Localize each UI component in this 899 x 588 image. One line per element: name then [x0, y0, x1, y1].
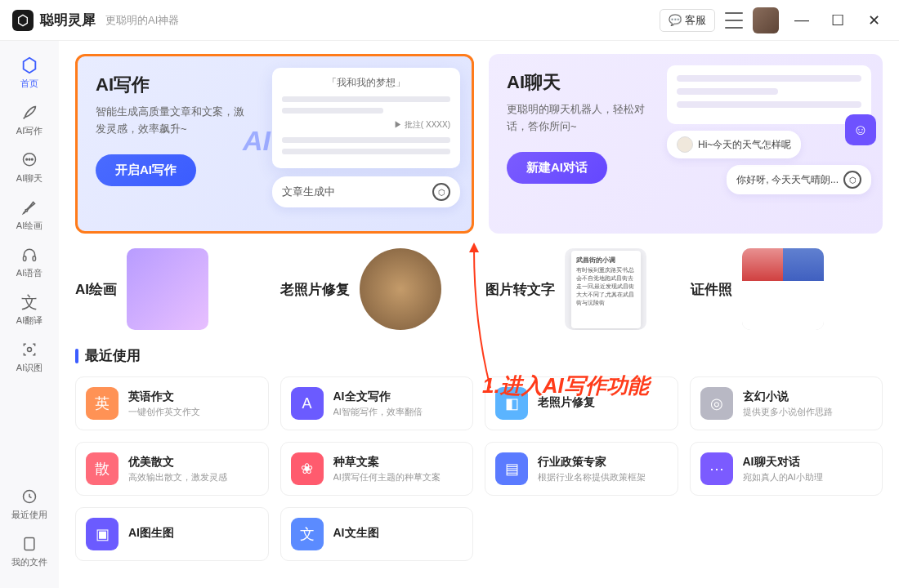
- recent-header: 最近使用: [75, 346, 883, 365]
- ai-badge-icon: AI: [243, 125, 271, 157]
- feature-photo-restore[interactable]: 老照片修复: [280, 248, 472, 330]
- main-content: AI写作 智能生成高质量文章和文案，激发灵感，效率飙升~ 开启AI写作 AI 「…: [59, 41, 899, 588]
- writing-mock: AI 「我和我的梦想」 ▶ 批注( XXXX) 文章生成中 ⬡: [272, 68, 460, 223]
- card-title: 玄幻小说: [743, 390, 873, 404]
- idphoto-preview: [742, 248, 824, 330]
- recent-grid: 英英语作文一键创作英文作文AAI全文写作AI智能写作，效率翻倍◧老照片修复◎玄幻…: [75, 376, 883, 561]
- home-icon: [20, 56, 39, 75]
- paint-preview: [127, 248, 208, 330]
- sidebar-item-files[interactable]: 我的文件: [5, 529, 54, 573]
- card-icon: ▣: [86, 518, 119, 550]
- feature-id-photo[interactable]: 证件照: [691, 248, 883, 330]
- translate-icon: 文: [20, 292, 39, 312]
- card-subtitle: AI智能写作，效率翻倍: [333, 406, 463, 418]
- customer-service-button[interactable]: 💬 客服: [660, 9, 715, 32]
- sidebar-item-home[interactable]: 首页: [5, 51, 54, 95]
- card-icon: 文: [291, 518, 324, 550]
- hero-ai-writing[interactable]: AI写作 智能生成高质量文章和文案，激发灵感，效率飙升~ 开启AI写作 AI 「…: [75, 54, 474, 234]
- start-writing-button[interactable]: 开启AI写作: [96, 154, 196, 186]
- chat-icon: 💬: [669, 14, 682, 26]
- recent-card[interactable]: ▣AI图生图: [75, 507, 269, 561]
- minimize-button[interactable]: —: [795, 14, 808, 27]
- chat-icon: [20, 150, 39, 170]
- recent-card[interactable]: AAI全文写作AI智能写作，效率翻倍: [280, 376, 474, 430]
- sidebar: 首页 AI写作 AI聊天 AI绘画 AI语音 文AI翻译 AI识图 最近使用 我…: [0, 41, 59, 588]
- feature-ocr[interactable]: 图片转文字武昌街的小调有时候到重庆路买书,总会不自觉地跑武昌街去走一回,最近发现…: [485, 248, 678, 330]
- recent-card[interactable]: ◧老照片修复: [485, 376, 678, 430]
- hero-ai-chat[interactable]: AI聊天 更聪明的聊天机器人，轻松对话，答你所问~ 新建AI对话 ☺ Hi~今天…: [489, 54, 883, 234]
- card-title: 行业政策专家: [538, 455, 668, 470]
- card-title: AI聊天对话: [743, 455, 873, 470]
- card-subtitle: 根据行业名称提供政策框架: [538, 471, 668, 483]
- card-icon: A: [291, 387, 324, 420]
- feather-icon: [20, 103, 39, 122]
- sidebar-item-writing[interactable]: AI写作: [5, 98, 54, 142]
- app-logo-icon: [12, 10, 34, 31]
- card-title: AI全文写作: [333, 390, 463, 404]
- card-title: 优美散文: [128, 455, 258, 470]
- card-icon: ◎: [700, 387, 733, 420]
- card-icon: 散: [86, 452, 119, 485]
- sidebar-item-chat[interactable]: AI聊天: [5, 145, 54, 189]
- menu-button[interactable]: [725, 12, 743, 29]
- recent-card[interactable]: 英英语作文一键创作英文作文: [75, 376, 269, 430]
- card-icon: 英: [86, 387, 119, 420]
- recent-card[interactable]: ⋯AI聊天对话宛如真人的AI小助理: [690, 442, 883, 496]
- svg-rect-10: [25, 538, 34, 550]
- svg-point-4: [29, 158, 30, 160]
- avatar-icon: [677, 136, 693, 153]
- maximize-button[interactable]: ☐: [831, 14, 844, 27]
- app-tagline: 更聪明的AI神器: [105, 13, 179, 28]
- card-subtitle: 高效输出散文，激发灵感: [128, 471, 258, 483]
- svg-rect-6: [24, 256, 26, 261]
- card-subtitle: AI撰写任何主题的种草文案: [333, 471, 463, 483]
- recent-card[interactable]: 文AI文生图: [280, 507, 474, 561]
- chat-mock: ☺ Hi~今天的天气怎样呢 你好呀, 今天天气晴朗...⬡: [667, 65, 871, 194]
- card-title: AI文生图: [333, 526, 463, 541]
- new-chat-button[interactable]: 新建AI对话: [507, 152, 607, 184]
- brush-icon: [20, 198, 39, 217]
- svg-point-8: [28, 348, 32, 352]
- ocr-preview: 武昌街的小调有时候到重庆路买书,总会不自觉地跑武昌街去走一回,最近发现武昌街大大…: [565, 248, 646, 330]
- svg-point-5: [32, 158, 34, 160]
- card-subtitle: 宛如真人的AI小助理: [743, 471, 873, 483]
- card-icon: ▤: [495, 452, 528, 485]
- titlebar: 聪明灵犀 更聪明的AI神器 💬 客服 — ☐ ✕: [0, 0, 899, 41]
- card-title: AI图生图: [128, 526, 258, 541]
- generating-pill: 文章生成中 ⬡: [272, 176, 460, 207]
- card-icon: ⋯: [700, 452, 733, 485]
- sidebar-item-paint[interactable]: AI绘画: [5, 193, 54, 237]
- sidebar-item-voice[interactable]: AI语音: [5, 240, 54, 284]
- app-brand: 聪明灵犀: [40, 11, 96, 29]
- hero-desc: 更聪明的聊天机器人，轻松对话，答你所问~: [507, 101, 662, 136]
- history-icon: [20, 487, 39, 506]
- svg-marker-0: [19, 15, 28, 25]
- headphone-icon: [20, 245, 39, 265]
- card-icon: ❀: [291, 452, 324, 485]
- svg-marker-1: [24, 58, 36, 73]
- svg-point-3: [26, 158, 28, 160]
- hero-desc: 智能生成高质量文章和文案，激发灵感，效率飙升~: [96, 104, 251, 138]
- sidebar-item-recent[interactable]: 最近使用: [5, 482, 54, 526]
- card-icon: ◧: [495, 387, 528, 420]
- hex-icon: ⬡: [432, 183, 450, 201]
- recent-card[interactable]: ◎玄幻小说提供更多小说创作思路: [690, 376, 883, 430]
- file-icon: [20, 534, 39, 554]
- recent-card[interactable]: ❀种草文案AI撰写任何主题的种草文案: [280, 442, 474, 496]
- scan-icon: [20, 340, 39, 359]
- close-button[interactable]: ✕: [867, 14, 880, 27]
- card-subtitle: 一键创作英文作文: [128, 406, 258, 418]
- sidebar-item-translate[interactable]: 文AI翻译: [5, 287, 54, 332]
- accent-bar-icon: [75, 349, 78, 363]
- feature-ai-paint[interactable]: AI绘画: [75, 248, 267, 330]
- chat-bubble: 你好呀, 今天天气晴朗...⬡: [727, 165, 871, 194]
- recent-card[interactable]: 散优美散文高效输出散文，激发灵感: [75, 442, 269, 496]
- card-title: 老照片修复: [538, 395, 668, 410]
- restore-preview: [360, 248, 441, 330]
- card-title: 英语作文: [128, 390, 258, 404]
- sidebar-item-ocr[interactable]: AI识图: [5, 335, 54, 379]
- user-avatar[interactable]: [753, 7, 779, 33]
- recent-card[interactable]: ▤行业政策专家根据行业名称提供政策框架: [485, 442, 678, 496]
- card-subtitle: 提供更多小说创作思路: [743, 406, 873, 418]
- card-title: 种草文案: [333, 455, 463, 470]
